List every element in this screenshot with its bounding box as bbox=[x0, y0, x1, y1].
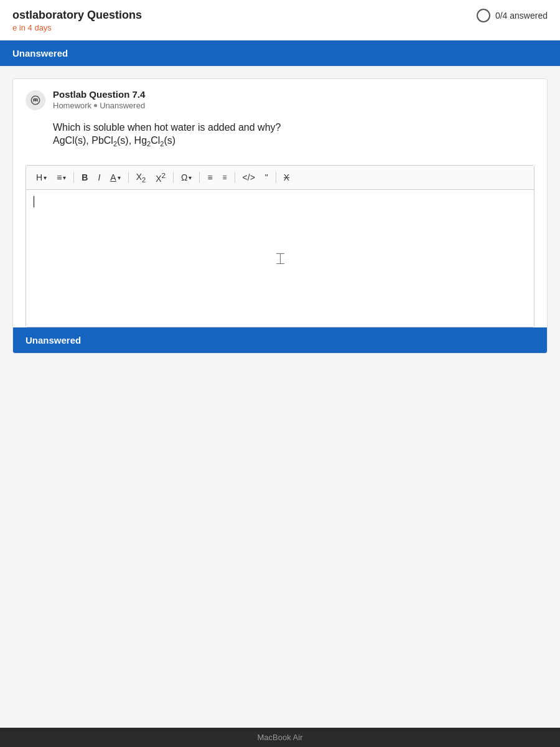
page-container: ostlaboratory Questions e in 4 days 0/4 … bbox=[0, 0, 560, 747]
chem-formula: AgCl(s), PbCl2(s), Hg2Cl2(s) bbox=[53, 135, 534, 148]
subscript-button[interactable]: X2 bbox=[133, 170, 149, 186]
top-header: ostlaboratory Questions e in 4 days 0/4 … bbox=[0, 0, 560, 40]
editor-cursor bbox=[34, 196, 34, 207]
tag-unanswered: Unanswered bbox=[100, 101, 145, 110]
question-body: Which is soluble when hot water is added… bbox=[13, 118, 547, 157]
underline-label: A bbox=[110, 172, 116, 182]
unanswered-section-bar: Unanswered bbox=[0, 40, 560, 66]
underline-button[interactable]: A bbox=[106, 171, 124, 184]
question-card: Postlab Question 7.4 Homework Unanswered… bbox=[12, 78, 548, 354]
bold-button[interactable]: B bbox=[78, 171, 91, 184]
tag-separator bbox=[94, 104, 97, 107]
code-label: </> bbox=[243, 172, 255, 182]
ordered-list-button[interactable]: ≡ bbox=[219, 171, 231, 184]
editor-body[interactable]: ⌶ bbox=[26, 190, 534, 327]
page-title: ostlaboratory Questions bbox=[12, 9, 142, 22]
question-header: Postlab Question 7.4 Homework Unanswered bbox=[13, 79, 547, 118]
progress-text: 0/4 answered bbox=[495, 11, 548, 21]
unordered-list-label: ≡ bbox=[207, 172, 212, 182]
bold-label: B bbox=[82, 172, 88, 182]
code-button[interactable]: </> bbox=[239, 171, 259, 184]
quote-label: " bbox=[265, 172, 268, 182]
progress-circle-icon bbox=[477, 9, 490, 22]
heading-button[interactable]: H bbox=[32, 171, 50, 184]
footer-area bbox=[0, 550, 560, 747]
quote-button[interactable]: " bbox=[261, 171, 272, 184]
question-title: Postlab Question 7.4 bbox=[53, 89, 145, 100]
omega-button[interactable]: Ω bbox=[177, 171, 195, 184]
editor-toolbar: H ≡ B I A bbox=[26, 166, 534, 190]
subscript-label: X2 bbox=[136, 172, 146, 184]
ordered-list-label: ≡ bbox=[223, 173, 227, 182]
question-icon bbox=[26, 90, 45, 110]
editor-cursor-center: ⌶ bbox=[276, 250, 284, 266]
toolbar-separator-5 bbox=[235, 172, 235, 183]
superscript-label: X2 bbox=[156, 171, 166, 184]
superscript-button[interactable]: X2 bbox=[152, 169, 169, 186]
due-date: e in 4 days bbox=[12, 23, 142, 32]
tag-homework: Homework bbox=[53, 101, 91, 110]
strikethrough-label: X bbox=[284, 172, 289, 182]
toolbar-separator-3 bbox=[173, 172, 174, 183]
omega-label: Ω bbox=[181, 172, 187, 182]
question-tags: Homework Unanswered bbox=[53, 101, 145, 110]
text-cursor-symbol: ⌶ bbox=[276, 250, 284, 266]
editor-container: H ≡ B I A bbox=[26, 165, 534, 327]
question-text-line1: Which is soluble when hot water is added… bbox=[53, 120, 534, 135]
bottom-status-bar: Unanswered bbox=[13, 327, 547, 353]
italic-label: I bbox=[98, 172, 100, 182]
strikethrough-button[interactable]: X bbox=[280, 171, 293, 184]
header-left: ostlaboratory Questions e in 4 days bbox=[12, 9, 142, 32]
main-content: Postlab Question 7.4 Homework Unanswered… bbox=[0, 66, 560, 550]
macbook-bar: MacBook Air bbox=[0, 728, 560, 747]
toolbar-separator-1 bbox=[73, 172, 74, 183]
list-button[interactable]: ≡ bbox=[53, 171, 70, 184]
list-label: ≡ bbox=[57, 172, 62, 182]
section-label: Unanswered bbox=[12, 48, 68, 59]
question-meta: Postlab Question 7.4 Homework Unanswered bbox=[53, 89, 145, 110]
italic-button[interactable]: I bbox=[94, 171, 104, 184]
bottom-label: Unanswered bbox=[26, 335, 81, 345]
toolbar-separator-6 bbox=[276, 172, 276, 183]
progress-area: 0/4 answered bbox=[477, 9, 548, 22]
unordered-list-button[interactable]: ≡ bbox=[203, 171, 216, 184]
toolbar-separator-4 bbox=[199, 172, 200, 183]
toolbar-separator-2 bbox=[128, 172, 129, 183]
macbook-label: MacBook Air bbox=[258, 733, 303, 742]
heading-label: H bbox=[36, 172, 42, 182]
chem-agcl: AgCl(s), PbCl2(s), Hg2Cl2(s) bbox=[53, 135, 175, 146]
